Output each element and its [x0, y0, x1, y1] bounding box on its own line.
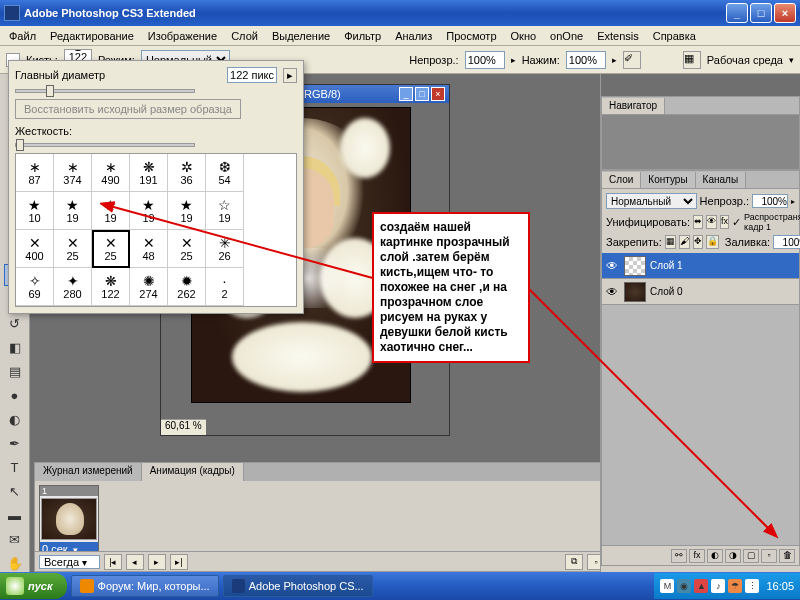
- tab-layers[interactable]: Слои: [602, 172, 641, 188]
- reset-brush-button[interactable]: Восстановить исходный размер образца: [15, 99, 241, 119]
- close-button[interactable]: ×: [774, 3, 796, 23]
- unify-vis-icon[interactable]: 👁: [706, 215, 717, 229]
- brush-preset-cell[interactable]: ✧69: [16, 268, 54, 306]
- brush-preset-cell[interactable]: ★19: [92, 192, 130, 230]
- first-frame-button[interactable]: |◂: [104, 554, 122, 570]
- layer-row[interactable]: 👁Слой 0: [602, 279, 799, 305]
- navigator-thumb[interactable]: [602, 115, 799, 169]
- menu-edit[interactable]: Редактирование: [43, 28, 141, 44]
- notes-tool[interactable]: ✉: [4, 528, 26, 550]
- brush-preset-cell[interactable]: ✲36: [168, 154, 206, 192]
- lock-move-icon[interactable]: ✥: [693, 235, 703, 249]
- layer-opacity-input[interactable]: [752, 194, 788, 208]
- brush-preset-cell[interactable]: ∗490: [92, 154, 130, 192]
- brush-preset-cell[interactable]: ☆19: [206, 192, 244, 230]
- dodge-tool[interactable]: ◐: [4, 408, 26, 430]
- brush-preset-cell[interactable]: ∗374: [54, 154, 92, 192]
- menu-select[interactable]: Выделение: [265, 28, 337, 44]
- brush-preset-cell[interactable]: ✕25: [54, 230, 92, 268]
- tab-measurement-log[interactable]: Журнал измерений: [35, 463, 142, 481]
- taskbar-item-photoshop[interactable]: Adobe Photoshop CS...: [223, 575, 373, 597]
- tray-icon[interactable]: M: [660, 579, 674, 593]
- doc-min-button[interactable]: _: [399, 87, 413, 101]
- tray-icon[interactable]: ◉: [677, 579, 691, 593]
- brush-preset-cell[interactable]: ★19: [54, 192, 92, 230]
- start-button[interactable]: пуск: [0, 573, 67, 599]
- tab-channels[interactable]: Каналы: [696, 172, 747, 188]
- layer-group-button[interactable]: ▢: [743, 549, 759, 563]
- blur-tool[interactable]: ●: [4, 384, 26, 406]
- history-brush-tool[interactable]: ↺: [4, 312, 26, 334]
- brush-preset-cell[interactable]: ✺274: [130, 268, 168, 306]
- next-frame-button[interactable]: ▸|: [170, 554, 188, 570]
- brush-preset-cell[interactable]: ∗87: [16, 154, 54, 192]
- delete-layer-button[interactable]: 🗑: [779, 549, 795, 563]
- brush-preset-cell[interactable]: ❆54: [206, 154, 244, 192]
- taskbar-item-browser[interactable]: Форум: Мир, которы...: [71, 575, 219, 597]
- brush-preset-cell[interactable]: ·2: [206, 268, 244, 306]
- brush-preset-cell[interactable]: ✕25: [168, 230, 206, 268]
- panel-menu-icon[interactable]: ▸: [283, 68, 297, 83]
- link-layers-button[interactable]: ⚯: [671, 549, 687, 563]
- brush-preset-cell[interactable]: ✕48: [130, 230, 168, 268]
- tab-paths[interactable]: Контуры: [641, 172, 695, 188]
- brush-preset-cell[interactable]: ✕25: [92, 230, 130, 268]
- tab-navigator[interactable]: Навигатор: [602, 98, 665, 114]
- tween-button[interactable]: ⧉: [565, 554, 583, 570]
- brush-preset-cell[interactable]: ❋122: [92, 268, 130, 306]
- lock-all-icon[interactable]: 🔒: [706, 235, 719, 249]
- layer-fx-button[interactable]: fx: [689, 549, 705, 563]
- diameter-slider[interactable]: [15, 89, 195, 93]
- menu-help[interactable]: Справка: [646, 28, 703, 44]
- brush-preset-cell[interactable]: ✳26: [206, 230, 244, 268]
- menu-extensis[interactable]: Extensis: [590, 28, 646, 44]
- brush-preset-cell[interactable]: ★19: [168, 192, 206, 230]
- doc-close-button[interactable]: ×: [431, 87, 445, 101]
- menu-image[interactable]: Изображение: [141, 28, 224, 44]
- diameter-input[interactable]: [227, 67, 277, 83]
- layer-row[interactable]: 👁Слой 1: [602, 253, 799, 279]
- brush-preset-cell[interactable]: ❋191: [130, 154, 168, 192]
- lock-trans-icon[interactable]: ▦: [665, 235, 676, 249]
- opacity-input[interactable]: [465, 51, 505, 69]
- hardness-slider[interactable]: [15, 143, 195, 147]
- menu-analysis[interactable]: Анализ: [388, 28, 439, 44]
- brush-preset-cell[interactable]: ✕400: [16, 230, 54, 268]
- loop-select[interactable]: Всегда ▾: [39, 555, 100, 569]
- taskbar-clock[interactable]: 16:05: [766, 580, 794, 592]
- unify-pos-icon[interactable]: ⬌: [693, 215, 703, 229]
- palette-well-icon[interactable]: ▦: [683, 51, 701, 69]
- propagate-checkbox[interactable]: ✓: [732, 216, 741, 229]
- airbrush-icon[interactable]: ✐: [623, 51, 641, 69]
- prev-frame-button[interactable]: ◂: [126, 554, 144, 570]
- shape-tool[interactable]: ▬: [4, 504, 26, 526]
- type-tool[interactable]: T: [4, 456, 26, 478]
- doc-max-button[interactable]: □: [415, 87, 429, 101]
- tray-icon[interactable]: ☂: [728, 579, 742, 593]
- workspace-label[interactable]: Рабочая среда: [707, 54, 783, 66]
- layer-blend-select[interactable]: Нормальный: [606, 193, 697, 209]
- brush-preset-cell[interactable]: ✦280: [54, 268, 92, 306]
- tray-icon[interactable]: ♪: [711, 579, 725, 593]
- hand-tool[interactable]: ✋: [4, 552, 26, 574]
- tray-icon[interactable]: ⋮: [745, 579, 759, 593]
- menu-view[interactable]: Просмотр: [439, 28, 503, 44]
- tray-icon[interactable]: ▲: [694, 579, 708, 593]
- menu-filter[interactable]: Фильтр: [337, 28, 388, 44]
- layer-fill-input[interactable]: [773, 235, 800, 249]
- lock-paint-icon[interactable]: 🖌: [679, 235, 690, 249]
- maximize-button[interactable]: □: [750, 3, 772, 23]
- menu-file[interactable]: Файл: [2, 28, 43, 44]
- brush-preset-cell[interactable]: ★10: [16, 192, 54, 230]
- eraser-tool[interactable]: ◧: [4, 336, 26, 358]
- adjustment-layer-button[interactable]: ◑: [725, 549, 741, 563]
- visibility-icon[interactable]: 👁: [604, 285, 620, 299]
- brush-preset-cell[interactable]: ✹262: [168, 268, 206, 306]
- gradient-tool[interactable]: ▤: [4, 360, 26, 382]
- menu-window[interactable]: Окно: [504, 28, 544, 44]
- layer-mask-button[interactable]: ◐: [707, 549, 723, 563]
- minimize-button[interactable]: _: [726, 3, 748, 23]
- play-button[interactable]: ▸: [148, 554, 166, 570]
- menu-onone[interactable]: onOne: [543, 28, 590, 44]
- visibility-icon[interactable]: 👁: [604, 259, 620, 273]
